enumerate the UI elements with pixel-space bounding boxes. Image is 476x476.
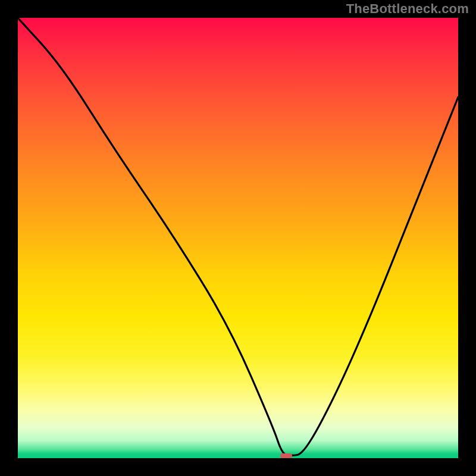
- curve-path: [18, 18, 458, 455]
- bottleneck-curve: [18, 18, 458, 458]
- watermark-label: TheBottleneck.com: [346, 1, 469, 17]
- optimum-marker: [280, 453, 292, 458]
- plot-area: [18, 18, 458, 458]
- chart-stage: TheBottleneck.com: [0, 0, 476, 476]
